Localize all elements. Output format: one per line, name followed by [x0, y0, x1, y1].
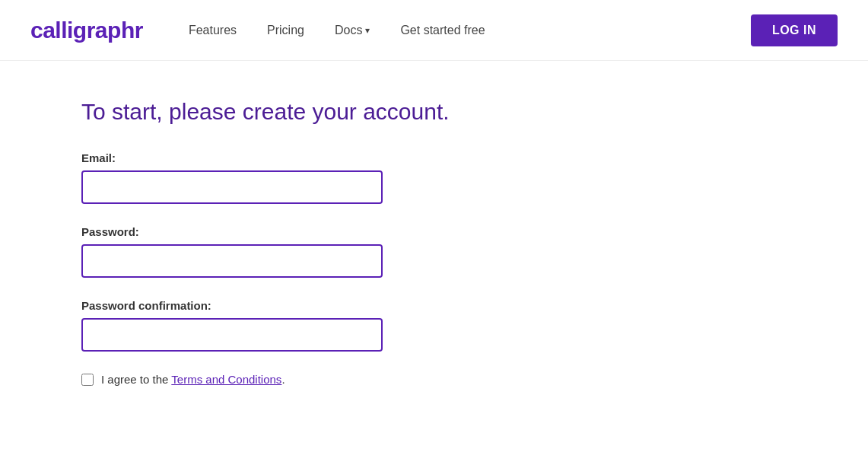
nav-link-features[interactable]: Features [189, 24, 237, 37]
password-confirm-form-group: Password confirmation: [81, 299, 787, 352]
email-input[interactable] [81, 170, 383, 204]
nav-link-pricing[interactable]: Pricing [267, 24, 304, 37]
password-label: Password: [81, 225, 787, 238]
terms-link[interactable]: Terms and Conditions [171, 373, 281, 386]
page-heading: To start, please create your account. [81, 99, 787, 125]
chevron-down-icon: ▾ [365, 25, 370, 36]
email-label: Email: [81, 151, 787, 164]
nav-links: Features Pricing Docs ▾ Get started free [189, 24, 751, 37]
logo[interactable]: calligraphr [30, 18, 143, 43]
nav-link-docs[interactable]: Docs ▾ [335, 24, 370, 37]
navbar: calligraphr Features Pricing Docs ▾ Get … [0, 0, 868, 61]
password-confirm-label: Password confirmation: [81, 299, 787, 312]
nav-right: LOG IN [751, 14, 838, 46]
terms-prefix: I agree to the [101, 373, 171, 386]
email-form-group: Email: [81, 151, 787, 204]
password-form-group: Password: [81, 225, 787, 278]
terms-checkbox[interactable] [81, 374, 94, 386]
password-input[interactable] [81, 244, 383, 278]
terms-row: I agree to the Terms and Conditions. [81, 373, 787, 386]
login-button[interactable]: LOG IN [751, 14, 838, 46]
logo-text: calligraphr [30, 18, 143, 43]
nav-link-get-started[interactable]: Get started free [400, 24, 485, 37]
docs-label: Docs [335, 24, 362, 37]
terms-suffix: . [281, 373, 285, 386]
main-content: To start, please create your account. Em… [0, 61, 868, 424]
password-confirm-input[interactable] [81, 318, 383, 352]
terms-text: I agree to the Terms and Conditions. [101, 373, 285, 386]
